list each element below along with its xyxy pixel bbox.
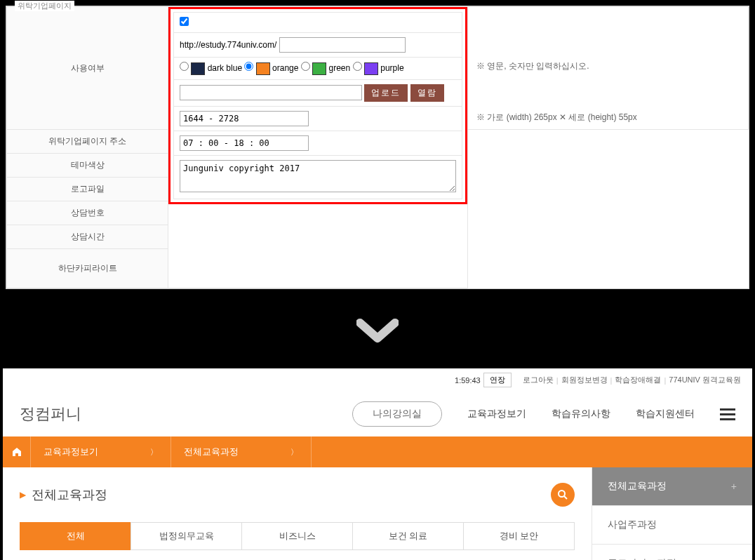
highlighted-area: http://estudy.774univ.com/ dark blue ora…: [168, 7, 467, 204]
sidebar: 전체교육과정 + 사업주과정 근로자카드과정 일반과정 1644 - 2728: [592, 467, 752, 560]
main-content: ▶ 전체교육과정 전체 법정의무교육 비즈니스 보건 의료 경비 보안 소프트웨…: [3, 467, 592, 560]
tel-label: 상담번호: [7, 201, 168, 225]
utility-link-profile[interactable]: 회원정보변경: [561, 375, 608, 385]
use-label: 사용여부: [7, 7, 168, 130]
site-header: 정컴퍼니 나의강의실 교육과정보기 학습유의사항 학습지원센터: [3, 392, 752, 436]
theme-radio-purple[interactable]: [353, 62, 362, 71]
home-icon[interactable]: [3, 436, 31, 467]
search-icon: [557, 489, 568, 500]
search-button[interactable]: [551, 483, 575, 507]
header-link-support[interactable]: 학습지원센터: [636, 408, 695, 420]
extend-button[interactable]: 연장: [483, 373, 512, 387]
site-logo[interactable]: 정컴퍼니: [20, 404, 81, 425]
plus-icon: +: [731, 481, 737, 492]
tab-business[interactable]: 비즈니스: [241, 522, 353, 550]
site-preview: 1:59:43 연장 로그아웃 | 회원정보변경 | 학습장애해결 | 774U…: [3, 368, 752, 560]
tab-security[interactable]: 경비 보안: [463, 522, 575, 550]
tab-legal[interactable]: 법정의무교육: [131, 522, 242, 550]
use-checkbox[interactable]: [180, 17, 189, 26]
theme-label: 테마색상: [7, 154, 168, 178]
sidebar-item-employer[interactable]: 사업주과정: [592, 506, 752, 545]
theme-radio-darkblue[interactable]: [180, 62, 189, 71]
hours-label: 상담시간: [7, 225, 168, 249]
breadcrumb-nav: 교육과정보기 〉 전체교육과정 〉: [3, 436, 752, 467]
nav-item-all[interactable]: 전체교육과정 〉: [171, 436, 312, 467]
utility-link-help[interactable]: 학습장애해결: [615, 375, 661, 385]
tel-input[interactable]: [180, 111, 309, 126]
hamburger-icon[interactable]: [720, 406, 735, 423]
utility-link-univ[interactable]: 774UNIV 원격교육원: [669, 375, 741, 385]
url-label: 위탁기업페이지 주소: [7, 130, 168, 154]
logo-label: 로고파일: [7, 178, 168, 201]
tab-health[interactable]: 보건 의료: [352, 522, 464, 550]
url-hint: ※ 영문, 숫자만 입력하십시오.: [476, 61, 589, 71]
logo-hint: ※ 가로 (width) 265px ✕ 세로 (height) 55px: [476, 112, 637, 122]
header-link-courses[interactable]: 교육과정보기: [467, 408, 526, 420]
tab-all[interactable]: 전체: [20, 522, 131, 550]
svg-line-1: [564, 496, 567, 499]
nav-item-courses[interactable]: 교육과정보기 〉: [31, 436, 171, 467]
logo-file-input[interactable]: [180, 85, 362, 100]
utility-link-logout[interactable]: 로그아웃: [523, 375, 554, 385]
browse-button[interactable]: 열람: [410, 84, 444, 102]
chevron-down-icon: [356, 317, 399, 345]
url-suffix-input[interactable]: [279, 37, 406, 53]
chevron-right-icon: 〉: [290, 447, 298, 458]
session-timer: 1:59:43: [455, 376, 481, 385]
swatch-purple: [364, 62, 378, 75]
settings-table: 사용여부 http://estudy.774univ.com/ dark blu…: [6, 6, 749, 288]
triangle-icon: ▶: [20, 490, 26, 500]
settings-form-panel: 위탁기업페이지 사용여부 http://estudy.774univ.com/: [6, 6, 749, 289]
swatch-darkblue: [191, 62, 205, 75]
swatch-green: [312, 62, 326, 75]
url-prefix: http://estudy.774univ.com/: [180, 40, 276, 50]
copyright-textarea[interactable]: Junguniv copyright 2017: [180, 160, 456, 192]
upload-button[interactable]: 업로드: [364, 84, 408, 102]
page-title: ▶ 전체교육과정: [20, 486, 107, 503]
arrow-divider: [0, 289, 755, 368]
form-legend: 위탁기업페이지: [15, 1, 74, 11]
svg-point-0: [559, 491, 565, 497]
theme-radio-orange[interactable]: [244, 62, 253, 71]
chevron-right-icon: 〉: [150, 447, 158, 458]
theme-radio-green[interactable]: [301, 62, 310, 71]
swatch-orange: [256, 62, 270, 75]
my-classroom-button[interactable]: 나의강의실: [352, 401, 442, 427]
utility-bar: 1:59:43 연장 로그아웃 | 회원정보변경 | 학습장애해결 | 774U…: [3, 368, 752, 392]
sidebar-head[interactable]: 전체교육과정 +: [592, 467, 752, 506]
header-link-caution[interactable]: 학습유의사항: [552, 408, 610, 420]
copyright-label: 하단카피라이트: [7, 249, 168, 288]
hours-input[interactable]: [180, 135, 309, 151]
sidebar-item-worker[interactable]: 근로자카드과정: [592, 545, 752, 560]
